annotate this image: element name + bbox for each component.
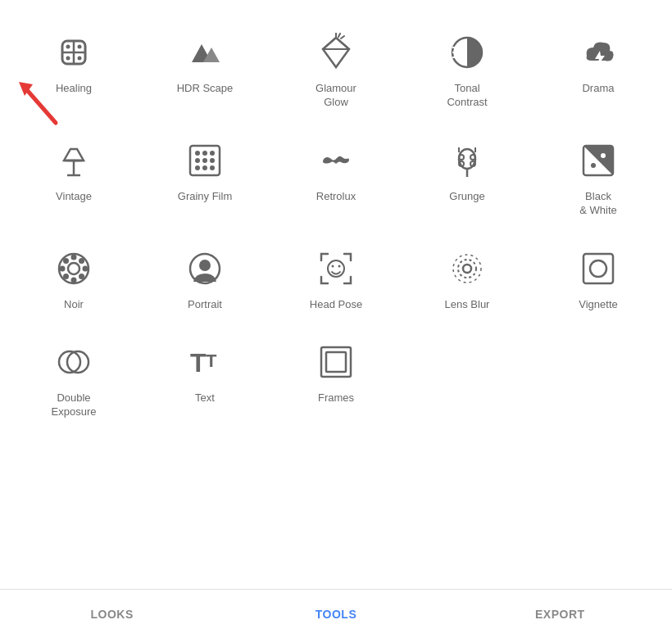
tools-grid: Healing HDR Scape [0, 0, 672, 442]
svg-point-49 [68, 263, 79, 274]
svg-point-33 [210, 158, 215, 163]
tool-glamour-glow[interactable]: Glamour Glow [270, 16, 402, 124]
svg-point-51 [71, 277, 77, 283]
vignette-icon [577, 247, 620, 290]
hdr-label: HDR Scape [177, 82, 234, 96]
tool-black-white[interactable]: Black & White [533, 124, 664, 233]
grainy-label: Grainy Film [178, 190, 232, 204]
svg-point-54 [63, 258, 69, 264]
glamour-icon [315, 31, 357, 74]
svg-rect-73 [326, 352, 346, 372]
bw-label: Black & White [579, 190, 617, 218]
tool-grunge[interactable]: Grunge [402, 124, 533, 233]
svg-line-17 [341, 36, 344, 38]
svg-line-16 [338, 34, 340, 37]
tonal-icon [446, 31, 488, 74]
svg-point-52 [60, 265, 66, 271]
svg-point-31 [195, 158, 200, 163]
frames-icon [315, 341, 357, 383]
svg-text:T: T [190, 348, 207, 378]
svg-point-56 [79, 258, 84, 264]
tool-vignette[interactable]: Vignette [533, 233, 664, 327]
tool-double-exposure[interactable]: Double Exposure [8, 326, 139, 434]
svg-text:T: T [206, 351, 217, 371]
text-icon: T T [184, 341, 226, 383]
bw-icon [577, 139, 620, 182]
svg-point-39 [459, 155, 464, 160]
svg-line-13 [323, 38, 336, 49]
frames-label: Frames [318, 391, 354, 405]
vignette-label: Vignette [579, 298, 617, 312]
healing-label: Healing [56, 82, 92, 96]
svg-point-35 [202, 165, 207, 170]
noir-label: Noir [64, 298, 84, 312]
svg-point-30 [210, 151, 215, 156]
svg-point-8 [78, 57, 82, 61]
svg-point-47 [591, 163, 596, 168]
svg-point-26 [64, 159, 84, 162]
svg-point-32 [202, 158, 207, 163]
svg-point-59 [199, 260, 211, 271]
headpose-label: Head Pose [310, 298, 362, 312]
svg-point-50 [71, 254, 77, 260]
tool-healing[interactable]: Healing [8, 16, 139, 124]
lensblur-label: Lens Blur [445, 298, 490, 312]
bottom-nav: LOOKS TOOLS EXPORT [0, 589, 672, 638]
svg-rect-66 [583, 254, 613, 283]
vintage-label: Vintage [56, 190, 92, 204]
svg-line-14 [336, 38, 349, 49]
svg-point-55 [79, 274, 84, 279]
tool-grainy-film[interactable]: Grainy Film [139, 124, 270, 233]
svg-point-40 [470, 155, 475, 160]
healing-icon [52, 31, 95, 74]
tool-vintage[interactable]: Vintage [8, 124, 139, 233]
tool-lens-blur[interactable]: Lens Blur [402, 233, 533, 327]
portrait-label: Portrait [188, 298, 222, 312]
svg-point-5 [66, 45, 70, 49]
tool-frames[interactable]: Frames [270, 326, 402, 434]
drama-label: Drama [582, 82, 614, 96]
tool-hdr-scape[interactable]: HDR Scape [139, 16, 270, 124]
nav-looks[interactable]: LOOKS [0, 590, 224, 638]
svg-point-42 [470, 161, 475, 166]
tool-text[interactable]: T T Text [139, 326, 270, 434]
svg-marker-11 [323, 38, 349, 67]
tool-portrait[interactable]: Portrait [139, 233, 270, 327]
svg-point-61 [332, 265, 334, 267]
tool-noir[interactable]: Noir [8, 233, 139, 327]
svg-point-53 [83, 265, 89, 271]
svg-point-62 [338, 265, 341, 267]
grunge-icon [446, 139, 488, 182]
glamour-label: Glamour Glow [316, 82, 356, 110]
tonal-label: Tonal Contrast [447, 82, 487, 110]
nav-tools[interactable]: TOOLS [224, 590, 447, 638]
retrolux-icon [315, 139, 357, 182]
svg-point-41 [459, 161, 464, 166]
vintage-icon [52, 139, 95, 182]
svg-point-63 [463, 265, 471, 273]
svg-point-57 [63, 274, 69, 279]
headpose-icon [315, 247, 357, 290]
svg-point-67 [590, 260, 606, 277]
grainy-icon [184, 139, 226, 182]
nav-export[interactable]: EXPORT [448, 590, 672, 638]
portrait-icon [184, 247, 226, 290]
lensblur-icon [446, 247, 488, 290]
svg-point-7 [66, 57, 70, 61]
retrolux-label: Retrolux [316, 190, 356, 204]
tool-drama[interactable]: Drama [533, 16, 664, 124]
tool-tonal-contrast[interactable]: Tonal Contrast [402, 16, 533, 124]
svg-point-64 [458, 260, 476, 278]
svg-point-28 [195, 151, 200, 156]
svg-point-29 [202, 151, 207, 156]
svg-point-34 [195, 165, 200, 170]
noir-icon [52, 247, 95, 290]
tool-retrolux[interactable]: Retrolux [270, 124, 402, 233]
hdr-icon [184, 31, 226, 74]
doubleexp-icon [52, 341, 95, 383]
svg-point-36 [210, 165, 215, 170]
tool-head-pose[interactable]: Head Pose [270, 233, 402, 327]
drama-icon [577, 31, 620, 74]
grunge-label: Grunge [449, 190, 484, 204]
doubleexp-label: Double Exposure [52, 391, 97, 419]
